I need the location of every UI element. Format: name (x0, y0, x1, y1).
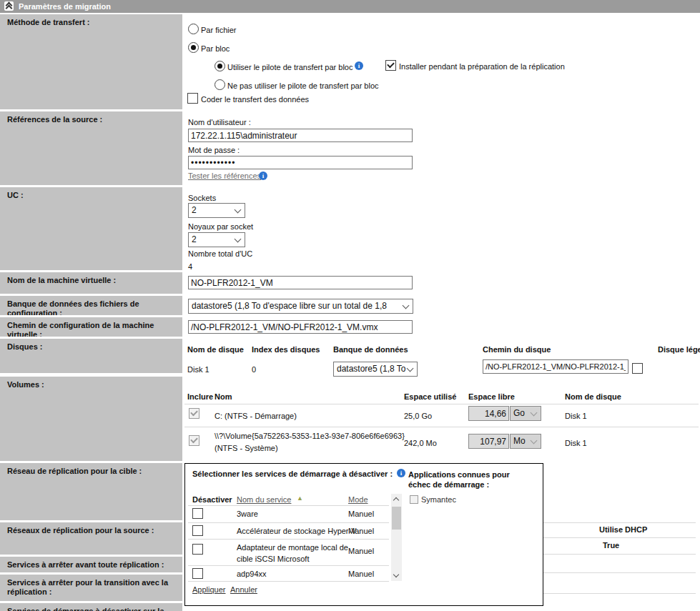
known-apps-title: Applications connues pour échec de démar… (408, 470, 526, 490)
divider (188, 581, 389, 582)
divider (188, 522, 389, 523)
sidebar-label-services-cutover: Services à arrêter pour la transition av… (0, 575, 182, 601)
services-scrollbar[interactable] (391, 494, 402, 581)
disk-datastore-select[interactable]: datastore5 (1,8 To (333, 362, 418, 377)
chevron-down-icon (235, 235, 242, 242)
checkbox-encrypt-transfer-label: Coder le transfert des données (201, 95, 309, 104)
sockets-select[interactable]: 2 (188, 203, 245, 218)
test-credentials-link[interactable]: Tester les références (188, 172, 261, 180)
page-title: Paramètres de migration (19, 2, 111, 11)
total-cpu-value: 4 (188, 262, 192, 271)
disks-header-name: Nom de disque (187, 345, 244, 354)
checkbox-include-volume-system (189, 435, 199, 446)
volumes-header-disk: Nom de disque (565, 392, 621, 401)
divider (188, 565, 389, 566)
sidebar-label-config-path: Chemin de configuration de la machine vi… (0, 317, 182, 337)
sidebar-label-volumes: Volumes : (0, 377, 182, 461)
volume-unit-select: Mo (510, 434, 541, 449)
username-input[interactable] (188, 129, 413, 142)
radio-par-bloc-label: Par bloc (201, 44, 230, 53)
password-label: Mot de passe : (188, 146, 240, 154)
sidebar-label-disks: Disques : (0, 339, 182, 373)
cancel-button[interactable]: Annuler (230, 585, 257, 594)
radio-par-bloc[interactable] (188, 42, 199, 53)
volume-free-input (468, 434, 509, 449)
checkbox-service-3ware[interactable] (192, 508, 203, 519)
volume-unit-select: Go (510, 406, 541, 421)
config-datastore-select[interactable]: datastore5 (1,8 To d'espace libre sur un… (188, 299, 413, 314)
services-col-mode-sort[interactable]: Mode (348, 495, 368, 504)
disk-path-input[interactable] (483, 359, 628, 374)
checkbox-service-iscsi[interactable] (192, 544, 203, 555)
volume-row-name: C: (NTFS - Démarrage) (215, 412, 297, 420)
volume-unit-value: Mo (513, 436, 526, 446)
checkbox-install-during-prep-label: Installer pendant la préparation de la r… (399, 62, 565, 71)
service-mode: Manuel (348, 527, 374, 535)
chevron-down-icon (407, 364, 414, 372)
checkbox-install-during-prep[interactable] (385, 60, 396, 71)
disks-header-thin: Disque léger (658, 345, 700, 354)
scroll-down-icon[interactable] (391, 570, 402, 581)
checkbox-symantec (410, 495, 418, 504)
config-datastore-value: datastore5 (1,8 To d'espace libre sur un… (192, 301, 387, 311)
sidebar-label-transfer-method: Méthode de transfert : (0, 14, 182, 109)
sort-ascending-icon: ▲ (297, 495, 303, 502)
scroll-up-icon[interactable] (391, 494, 402, 505)
volume-row-used: 242,0 Mo (404, 439, 437, 447)
sockets-label: Sockets (188, 194, 216, 202)
apply-button[interactable]: Appliquer (192, 585, 225, 594)
disk-datastore-value: datastore5 (1,8 To (337, 364, 406, 374)
username-label: Nom d'utilisateur : (188, 118, 251, 126)
volume-free-input (468, 406, 509, 421)
checkbox-service-adp94xx[interactable] (192, 568, 203, 579)
scrollbar-thumb[interactable] (392, 507, 401, 530)
sidebar-label-target-network: Réseau de réplication pour la cible : (0, 463, 182, 520)
startup-services-popup: Sélectionner les services de démarrage à… (184, 463, 543, 606)
service-mode: Manuel (348, 547, 374, 555)
divider (184, 427, 699, 427)
dhcp-column-header: Utilise DHCP (599, 525, 647, 534)
sidebar-label-services-stop: Services à arrêter avant toute réplicati… (0, 557, 182, 572)
service-name: adp94xx (237, 570, 267, 578)
checkbox-include-volume-c (189, 408, 199, 419)
collapse-icon[interactable] (4, 1, 14, 11)
checkbox-service-hyperv[interactable] (192, 525, 203, 536)
info-icon-test-credentials[interactable]: i (259, 172, 267, 180)
cores-select[interactable]: 2 (188, 232, 245, 247)
service-mode: Manuel (348, 570, 374, 578)
cores-select-value: 2 (192, 234, 197, 244)
volumes-header-used: Espace utilisé (404, 392, 456, 401)
disks-header-datastore: Banque de données (333, 345, 408, 354)
sidebar-label-boot-services: Services de démarrage à désactiver sur l… (0, 603, 182, 611)
radio-use-block-driver-label: Utiliser le pilote de transfert par bloc (227, 63, 353, 71)
sidebar-label-source-credentials: Références de la source : (0, 111, 182, 185)
divider (188, 505, 389, 506)
checkbox-symantec-label: Symantec (421, 495, 456, 504)
services-col-name-sort[interactable]: Nom du service (237, 495, 291, 504)
sidebar-label-config-datastore: Banque de données des fichiers de config… (0, 296, 182, 315)
total-cpu-label: Nombre total d'UC (188, 249, 252, 258)
config-path-input[interactable] (188, 320, 413, 334)
cores-label: Noyaux par socket (188, 222, 253, 231)
radio-no-block-driver[interactable] (215, 79, 225, 90)
checkbox-encrypt-transfer[interactable] (187, 93, 198, 104)
radio-use-block-driver[interactable] (215, 61, 225, 71)
divider (188, 539, 389, 540)
chevron-down-icon (235, 206, 242, 213)
sockets-select-value: 2 (192, 205, 197, 215)
chevron-down-icon (531, 409, 538, 416)
password-input[interactable] (188, 156, 413, 169)
info-icon-services[interactable]: i (397, 469, 405, 477)
service-name: Accélérateur de stockage Hyper-V (237, 527, 357, 535)
info-icon-block-driver[interactable]: i (355, 61, 363, 70)
radio-par-fichier[interactable] (188, 24, 199, 34)
volume-row-disk: Disk 1 (565, 439, 587, 447)
radio-par-fichier-label: Par fichier (201, 26, 237, 34)
volume-row-name: \\?\Volume{5a752263-5353-11e3-93e7-806e6… (215, 430, 420, 454)
popup-title: Sélectionner les services de démarrage à… (192, 470, 393, 478)
sidebar-label-source-networks: Réseaux de réplication pour la source : (0, 522, 182, 555)
checkbox-thin-disk[interactable] (632, 363, 643, 374)
vm-name-input[interactable] (188, 276, 413, 289)
sidebar-label-vm-name: Nom de la machine virtuelle : (0, 272, 182, 294)
disks-header-index: Index des disques (252, 345, 320, 354)
